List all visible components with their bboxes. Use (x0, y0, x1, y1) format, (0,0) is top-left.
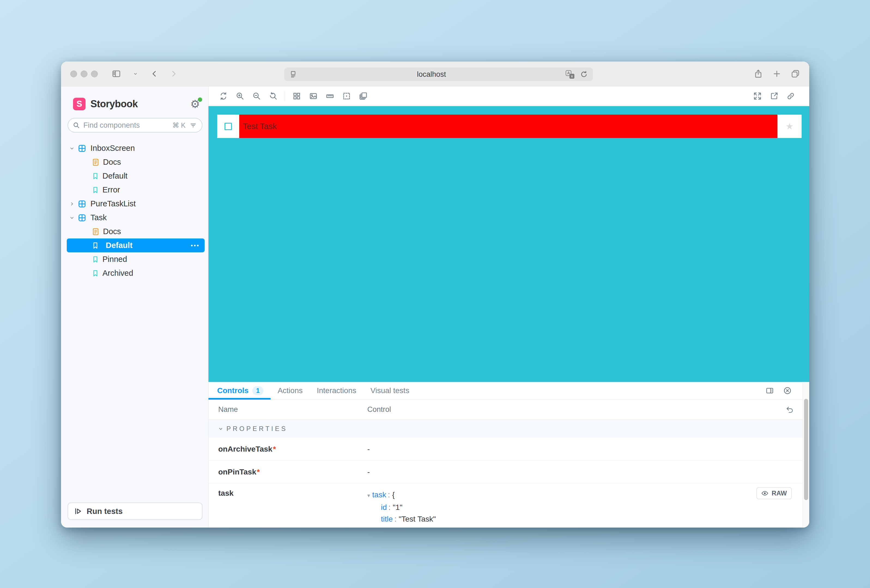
task-title: Test Task (243, 122, 277, 131)
open-canvas-new-tab-button[interactable] (766, 89, 782, 104)
properties-section-header[interactable]: PROPERTIES (209, 420, 809, 438)
settings-button[interactable]: ⚙ (190, 98, 200, 110)
tab-actions[interactable]: Actions (271, 382, 310, 399)
tab-interactions[interactable]: Interactions (310, 382, 363, 399)
arg-name: onArchiveTask (218, 445, 273, 453)
grid-toggle-button[interactable] (288, 89, 305, 104)
story-icon (92, 269, 99, 278)
addon-panel: Controls 1 Actions Interactions Visual t… (209, 382, 809, 527)
task-title-area[interactable]: Test Task (239, 114, 778, 138)
eye-icon (761, 490, 769, 497)
sidebar-item-inboxscreen-default[interactable]: Default (61, 169, 208, 183)
sidebar-toggle-button[interactable] (110, 68, 122, 79)
fullscreen-button[interactable] (749, 89, 766, 104)
sidebar-item-puretasklist[interactable]: PureTaskList (61, 197, 208, 211)
section-label: PROPERTIES (226, 425, 288, 432)
share-icon (754, 69, 763, 79)
docs-icon (92, 158, 100, 166)
zoom-out-button[interactable] (248, 89, 265, 104)
raw-toggle-button[interactable]: RAW (756, 487, 792, 499)
run-tests-button[interactable]: Run tests (68, 502, 203, 520)
layers-button[interactable] (355, 89, 371, 104)
forward-button[interactable] (168, 68, 180, 79)
tab-label: Visual tests (370, 386, 409, 395)
filter-icon[interactable] (189, 122, 197, 129)
search-input[interactable] (83, 121, 172, 129)
required-marker: * (257, 468, 260, 476)
tabs-overview-button[interactable] (791, 69, 800, 79)
arg-name: onPinTask (218, 468, 256, 476)
sidebar-item-inboxscreen-error[interactable]: Error (61, 183, 208, 197)
overflow-menu-icon[interactable] (191, 245, 199, 246)
json-colon: : (386, 490, 392, 499)
tabs-overview-icon (791, 69, 800, 79)
zoom-in-button[interactable] (232, 89, 248, 104)
sidebar-item-task-default-selected[interactable]: Default (67, 239, 205, 252)
browser-window: localhost A x S (61, 61, 809, 527)
zoom-in-icon (236, 92, 244, 101)
background-button[interactable] (305, 89, 322, 104)
sidebar-item-task-archived[interactable]: Archived (61, 266, 208, 280)
raw-label: RAW (772, 490, 787, 497)
translate-icon[interactable]: A x (566, 70, 574, 79)
sidebar-item-task-pinned[interactable]: Pinned (61, 252, 208, 266)
panel-position-icon[interactable] (766, 386, 774, 395)
sidebar-item-task[interactable]: Task (61, 211, 208, 224)
table-row-task: task ▾task:{ id:"1" (209, 484, 809, 527)
back-button[interactable] (149, 68, 161, 79)
addon-tabs: Controls 1 Actions Interactions Visual t… (209, 382, 809, 399)
tab-group-menu-button[interactable] (130, 68, 142, 79)
tab-controls[interactable]: Controls 1 (209, 382, 271, 399)
json-control[interactable]: ▾task:{ id:"1" title:"Test Task" state:"… (367, 489, 809, 527)
json-value[interactable]: "1" (393, 503, 402, 511)
json-collapse-toggle[interactable]: ▾ (367, 493, 370, 499)
sidebar-item-inboxscreen[interactable]: InboxScreen (61, 141, 208, 155)
json-value[interactable]: "Test Task" (399, 515, 436, 523)
search-shortcut: ⌘ K (172, 122, 186, 129)
measure-button[interactable] (322, 89, 338, 104)
favorite-star-icon[interactable]: ★ (785, 121, 793, 132)
tab-visual-tests[interactable]: Visual tests (363, 382, 416, 399)
json-colon: : (393, 515, 399, 523)
sidebar-toggle-icon (112, 69, 121, 79)
story-icon (92, 242, 99, 249)
reader-icon[interactable] (289, 70, 297, 79)
measure-icon (326, 92, 334, 101)
new-tab-button[interactable] (772, 69, 781, 79)
storybook-sidebar: S Storybook ⚙ ⌘ K InboxScreen (61, 86, 209, 527)
panel-scrollbar[interactable] (803, 382, 809, 527)
sidebar-item-label: Task (91, 213, 107, 222)
task-checkbox[interactable] (225, 123, 232, 130)
sidebar-item-label: Default (106, 241, 133, 250)
zoom-window-button[interactable] (91, 70, 98, 77)
json-key: title (381, 515, 393, 523)
json-key: task (372, 490, 386, 499)
reset-controls-button[interactable] (786, 405, 794, 414)
tab-label: Actions (278, 386, 303, 395)
layers-icon (359, 92, 368, 101)
close-panel-icon[interactable] (783, 386, 792, 395)
minimize-window-button[interactable] (80, 70, 88, 77)
search-box[interactable]: ⌘ K (68, 118, 203, 132)
sidebar-item-label: PureTaskList (91, 199, 136, 208)
copy-link-button[interactable] (782, 89, 799, 104)
json-colon: : (398, 527, 404, 527)
scrollbar-thumb[interactable] (804, 399, 808, 500)
remount-button[interactable] (215, 89, 232, 104)
forward-icon (170, 70, 178, 78)
component-icon (78, 144, 86, 153)
outline-button[interactable] (338, 89, 355, 104)
sidebar-item-label: Archived (103, 269, 133, 278)
close-window-button[interactable] (70, 70, 77, 77)
sidebar-item-inboxscreen-docs[interactable]: Docs (61, 155, 208, 169)
zoom-reset-button[interactable] (265, 89, 282, 104)
share-button[interactable] (754, 69, 763, 79)
reload-button[interactable] (580, 70, 588, 79)
sidebar-item-task-docs[interactable]: Docs (61, 224, 208, 239)
table-row-onpintask: onPinTask* - (209, 460, 809, 484)
json-value[interactable]: "TASK_INBOX" (403, 527, 456, 527)
address-bar[interactable]: localhost A x (284, 67, 593, 81)
story-icon (92, 186, 99, 194)
canvas-toolbar (209, 86, 809, 106)
story-icon (92, 255, 99, 263)
